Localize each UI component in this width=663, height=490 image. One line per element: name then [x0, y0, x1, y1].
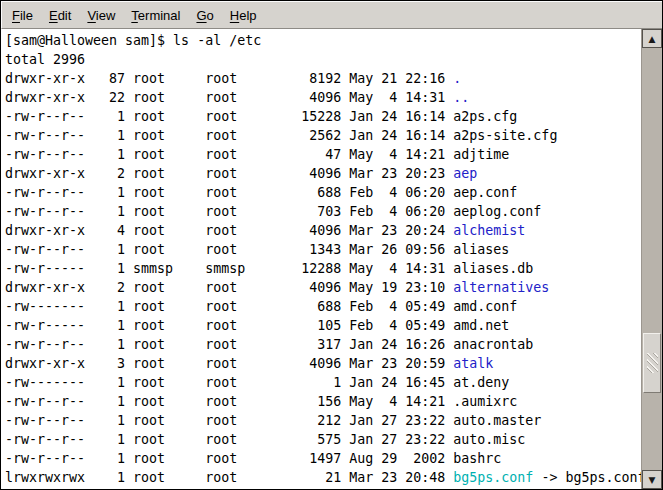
- menu-item-go[interactable]: Go: [188, 4, 221, 27]
- terminal-row: drwxr-xr-x 22 root root 4096 May 4 14:31…: [5, 88, 641, 107]
- file-meta: -rw-r--r-- 1 root root 1497 Aug 29 2002: [5, 451, 453, 466]
- file-meta: -rw-r--r-- 1 root root 212 Jan 27 23:22: [5, 413, 453, 428]
- file-meta: drwxr-xr-x 22 root root 4096 May 4 14:31: [5, 90, 453, 105]
- scrollbar-thumb[interactable]: [643, 333, 661, 393]
- terminal-row: drwxr-xr-x 87 root root 8192 May 21 22:1…: [5, 69, 641, 88]
- file-name: bg5ps.conf: [453, 470, 533, 485]
- file-meta: -rw-r--r-- 1 root root 15228 Jan 24 16:1…: [5, 109, 453, 124]
- terminal-main-area: [sam@Halloween sam]$ ls -al /etctotal 29…: [1, 29, 662, 489]
- file-name: ..: [453, 90, 469, 105]
- file-name: aep: [453, 166, 477, 181]
- file-meta: drwxr-xr-x 2 root root 4096 May 19 23:10: [5, 280, 453, 295]
- terminal-row: lrwxrwxrwx 1 root root 21 Mar 23 20:48 b…: [5, 468, 641, 487]
- terminal-row: drwxr-xr-x 2 root root 4096 May 19 23:10…: [5, 278, 641, 297]
- terminal-row: -rw-r--r-- 1 root root 688 Feb 4 06:20 a…: [5, 183, 641, 202]
- file-meta: drwxr-xr-x 2 root root 4096 Mar 23 20:23: [5, 166, 453, 181]
- file-name: alternatives: [453, 280, 549, 295]
- terminal-prompt-line: [sam@Halloween sam]$ ls -al /etc: [5, 31, 641, 50]
- terminal-row: -rw-r----- 1 smmsp smmsp 12288 May 4 14:…: [5, 259, 641, 278]
- file-name: a2ps.cfg: [453, 109, 517, 124]
- file-meta: -rw-r--r-- 1 root root 2562 Jan 24 16:14: [5, 128, 453, 143]
- terminal-row: -rw-r--r-- 1 root root 575 Jan 27 23:22 …: [5, 430, 641, 449]
- file-meta: -rw------- 1 root root 1 Jan 24 16:45: [5, 375, 453, 390]
- terminal-row: -rw-r--r-- 1 root root 1497 Aug 29 2002 …: [5, 449, 641, 468]
- terminal-row: drwxr-xr-x 4 root root 4096 Mar 23 20:24…: [5, 221, 641, 240]
- file-name: aep.conf: [453, 185, 517, 200]
- terminal-row: -rw-r--r-- 1 root root 317 Jan 24 16:26 …: [5, 335, 641, 354]
- file-name: amd.conf: [453, 299, 517, 314]
- file-meta: -rw------- 1 root root 688 Feb 4 05:49: [5, 299, 453, 314]
- file-name: auto.master: [453, 413, 541, 428]
- terminal-row: drwxr-xr-x 2 root root 4096 Mar 23 20:23…: [5, 164, 641, 183]
- file-meta: -rw-r--r-- 1 root root 317 Jan 24 16:26: [5, 337, 453, 352]
- scroll-down-button[interactable]: ▼: [642, 470, 662, 489]
- file-name: a2ps-site.cfg: [453, 128, 557, 143]
- file-meta: -rw-r----- 1 smmsp smmsp 12288 May 4 14:…: [5, 261, 453, 276]
- terminal-row: -rw-r--r-- 1 root root 212 Jan 27 23:22 …: [5, 411, 641, 430]
- file-name: .aumixrc: [453, 394, 517, 409]
- file-name: aliases: [453, 242, 509, 257]
- menu-bar: FileEditViewTerminalGoHelp: [1, 1, 662, 29]
- menu-item-edit[interactable]: Edit: [41, 4, 79, 27]
- file-meta: -rw-r--r-- 1 root root 688 Feb 4 06:20: [5, 185, 453, 200]
- menu-item-file[interactable]: File: [4, 4, 41, 27]
- scrollbar: ▲ ▼: [641, 29, 662, 489]
- file-meta: drwxr-xr-x 4 root root 4096 Mar 23 20:24: [5, 223, 453, 238]
- file-meta: -rw-r--r-- 1 root root 156 May 4 14:21: [5, 394, 453, 409]
- file-name: at.deny: [453, 375, 509, 390]
- terminal-row: -rw-r--r-- 1 root root 1343 Mar 26 09:56…: [5, 240, 641, 259]
- file-name: .: [453, 71, 461, 86]
- menu-item-view[interactable]: View: [79, 4, 123, 27]
- file-meta: -rw-r--r-- 1 root root 703 Feb 4 06:20: [5, 204, 453, 219]
- terminal-row: -rw-r--r-- 1 root root 15228 Jan 24 16:1…: [5, 107, 641, 126]
- scroll-up-button[interactable]: ▲: [642, 29, 662, 48]
- terminal-row: drwxr-xr-x 3 root root 4096 Mar 23 20:59…: [5, 354, 641, 373]
- terminal-window: FileEditViewTerminalGoHelp [sam@Hallowee…: [0, 0, 663, 490]
- terminal-row: -rw-r----- 1 root root 105 Feb 4 05:49 a…: [5, 316, 641, 335]
- file-name: amd.net: [453, 318, 509, 333]
- terminal-line: total 2996: [5, 50, 641, 69]
- terminal-row: -rw-r--r-- 1 root root 156 May 4 14:21 .…: [5, 392, 641, 411]
- terminal-output[interactable]: [sam@Halloween sam]$ ls -al /etctotal 29…: [1, 29, 641, 489]
- file-meta: drwxr-xr-x 87 root root 8192 May 21 22:1…: [5, 71, 453, 86]
- scrollbar-thumb-grip: [647, 353, 658, 373]
- file-meta: -rw-r--r-- 1 root root 47 May 4 14:21: [5, 147, 453, 162]
- menu-item-terminal[interactable]: Terminal: [123, 4, 188, 27]
- file-name: anacrontab: [453, 337, 533, 352]
- terminal-row: -rw-r--r-- 1 root root 2562 Jan 24 16:14…: [5, 126, 641, 145]
- scrollbar-trough[interactable]: [642, 48, 662, 470]
- file-meta: -rw-r--r-- 1 root root 575 Jan 27 23:22: [5, 432, 453, 447]
- file-meta: lrwxrwxrwx 1 root root 21 Mar 23 20:48: [5, 470, 453, 485]
- terminal-row: -rw-r--r-- 1 root root 703 Feb 4 06:20 a…: [5, 202, 641, 221]
- terminal-row: -rw-r--r-- 1 root root 47 May 4 14:21 ad…: [5, 145, 641, 164]
- terminal-row: -rw------- 1 root root 1 Jan 24 16:45 at…: [5, 373, 641, 392]
- file-name: atalk: [453, 356, 493, 371]
- file-name: auto.misc: [453, 432, 525, 447]
- file-meta: drwxr-xr-x 3 root root 4096 Mar 23 20:59: [5, 356, 453, 371]
- down-arrow-icon: ▼: [649, 475, 656, 485]
- file-name: adjtime: [453, 147, 509, 162]
- file-meta: -rw-r----- 1 root root 105 Feb 4 05:49: [5, 318, 453, 333]
- file-name: bashrc: [453, 451, 501, 466]
- file-name: aliases.db: [453, 261, 533, 276]
- up-arrow-icon: ▲: [649, 34, 656, 44]
- file-name: alchemist: [453, 223, 525, 238]
- file-name: aeplog.conf: [453, 204, 541, 219]
- symlink-target: -> bg5ps.conf: [533, 470, 641, 485]
- menu-item-help[interactable]: Help: [222, 4, 265, 27]
- terminal-row: -rw------- 1 root root 688 Feb 4 05:49 a…: [5, 297, 641, 316]
- file-meta: -rw-r--r-- 1 root root 1343 Mar 26 09:56: [5, 242, 453, 257]
